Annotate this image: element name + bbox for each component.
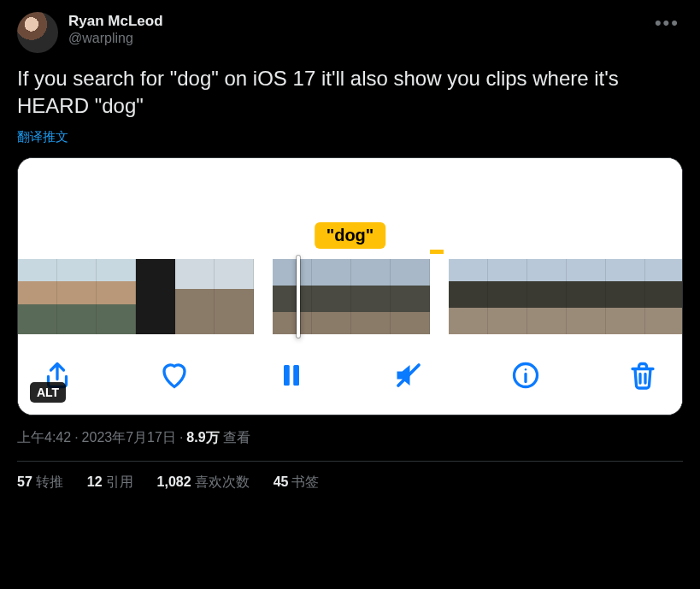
svg-point-5 [525,368,526,370]
display-name: Ryan McLeod [68,12,641,30]
tweet-container: Ryan McLeod @warpling ••• If you search … [17,12,683,492]
clip-thumb [18,259,57,334]
translate-link[interactable]: 翻译推文 [17,129,683,145]
heart-icon[interactable] [159,360,190,391]
clip-thumb [391,259,430,334]
clip-thumb [527,259,567,334]
handle: @warpling [68,30,641,47]
more-icon[interactable]: ••• [651,12,683,34]
clip-thumb [645,259,683,334]
trash-icon[interactable] [627,360,658,391]
clip-thumb [567,259,606,334]
views-count: 8.9万 [186,430,219,445]
retweets-stat[interactable]: 57转推 [17,474,63,492]
avatar[interactable] [17,12,58,53]
media-whitespace: "dog" [18,158,682,254]
media-toolbar [18,339,682,415]
tweet-stats: 57转推 12引用 1,082喜欢次数 45书签 [17,474,683,492]
mute-icon[interactable] [393,360,424,391]
playhead[interactable] [297,256,300,338]
clip-thumb [57,259,97,334]
clip-group [18,259,254,334]
svg-rect-1 [293,365,299,386]
divider [17,461,683,462]
clip-thumb [175,259,215,334]
quotes-stat[interactable]: 12引用 [87,474,133,492]
clip-thumb [136,259,175,334]
video-timeline[interactable] [18,254,682,339]
bookmarks-stat[interactable]: 45书签 [274,474,320,492]
pause-icon[interactable] [276,360,307,391]
clip-thumb [488,259,527,334]
clip-group [449,259,683,334]
clip-thumb [449,259,488,334]
tweet-time[interactable]: 上午4:42 [17,430,71,445]
clip-thumb [312,259,351,334]
search-token-tick [430,250,444,254]
clip-thumb [606,259,645,334]
likes-stat[interactable]: 1,082喜欢次数 [157,474,250,492]
tweet-meta: 上午4:42·2023年7月17日·8.9万 查看 [17,429,683,447]
svg-rect-0 [284,365,290,386]
media-card[interactable]: "dog" [17,157,683,415]
views-label: 查看 [223,430,250,445]
search-token-badge: "dog" [315,222,386,249]
author-names[interactable]: Ryan McLeod @warpling [68,12,641,47]
clip-thumb [351,259,391,334]
tweet-text: If you search for "dog" on iOS 17 it'll … [17,65,683,121]
tweet-date[interactable]: 2023年7月17日 [82,430,176,445]
clip-thumb [273,259,312,334]
tweet-header: Ryan McLeod @warpling ••• [17,12,683,53]
clip-thumb [215,259,254,334]
info-icon[interactable] [510,360,541,391]
alt-badge[interactable]: ALT [30,382,66,403]
clip-group-active [273,259,430,334]
clip-thumb [97,259,136,334]
